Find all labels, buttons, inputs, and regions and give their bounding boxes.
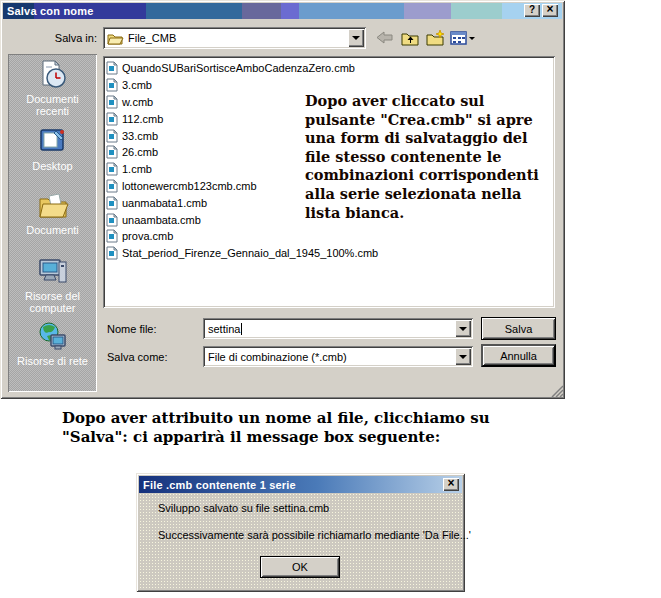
file-name-dropdown-icon[interactable] <box>455 320 471 337</box>
message-close-icon[interactable]: × <box>443 478 459 491</box>
cmb-file-icon <box>106 229 118 243</box>
place-documents[interactable]: Documenti <box>10 190 95 236</box>
caption-text: Dopo aver attribuito un nome al file, cl… <box>62 409 490 447</box>
desktop-icon <box>37 126 69 158</box>
cmb-file-icon <box>106 78 118 92</box>
recent-documents-icon <box>37 59 69 91</box>
cmb-file-icon <box>106 246 118 260</box>
cmb-file-icon <box>106 61 118 75</box>
save-as-type-label: Salva come: <box>107 351 168 363</box>
save-button[interactable]: Salva <box>481 317 556 340</box>
text-caret <box>241 323 242 335</box>
save-in-label: Salva in: <box>30 32 97 44</box>
open-folder-icon <box>107 32 124 45</box>
places-bar: Documenti recenti Desktop Documenti <box>8 54 97 392</box>
save-as-dropdown-icon[interactable] <box>455 348 471 365</box>
message-box-body: Sviluppo salvato su file settina.cmb Suc… <box>139 493 462 589</box>
place-label: Risorse del computer <box>10 290 95 314</box>
place-label: Desktop <box>32 160 72 172</box>
current-folder: File_CMB <box>128 32 176 44</box>
cmb-file-icon <box>106 112 118 126</box>
message-line-1: Sviluppo salvato su file settina.cmb <box>158 502 329 514</box>
save-dialog: Salva con nome ? × Salva in: File_CMB <box>0 0 565 399</box>
file-row[interactable]: Stat_period_Firenze_Gennaio_dal_1945_100… <box>106 245 553 262</box>
save-as-type-combobox[interactable]: File di combinazione (*.cmb) <box>203 346 473 367</box>
view-menu-icon[interactable] <box>447 28 477 48</box>
message-box: File .cmb contenente 1 serie × Sviluppo … <box>136 473 465 592</box>
annotation-text: Dopo aver cliccato sul pulsante "Crea.cm… <box>305 92 561 222</box>
cmb-file-icon <box>106 129 118 143</box>
place-my-computer[interactable]: Risorse del computer <box>10 256 95 314</box>
network-icon <box>37 321 69 353</box>
save-as-type-value: File di combinazione (*.cmb) <box>203 351 347 363</box>
cmb-file-icon <box>106 179 118 193</box>
file-row[interactable]: QuandoSUBariSortisceAmboCadenzaZero.cmb <box>106 60 553 77</box>
dialog-title: Salva con nome <box>3 5 94 17</box>
back-icon[interactable] <box>374 28 396 48</box>
file-name-input[interactable]: settina <box>203 318 473 339</box>
close-icon[interactable]: × <box>542 4 558 17</box>
help-icon[interactable]: ? <box>524 4 540 17</box>
file-name-value: settina <box>203 323 240 335</box>
place-recent-documents[interactable]: Documenti recenti <box>10 59 95 117</box>
file-name-label: Nome file: <box>107 323 157 335</box>
dialog-titlebar[interactable]: Salva con nome ? × <box>3 3 562 19</box>
message-box-titlebar[interactable]: File .cmb contenente 1 serie × <box>139 476 462 493</box>
resize-grip[interactable] <box>550 384 563 397</box>
message-line-2: Successivamente sarà possibile richiamar… <box>158 529 471 541</box>
place-network[interactable]: Risorse di rete <box>10 321 95 367</box>
place-label: Documenti recenti <box>10 93 95 117</box>
cancel-button[interactable]: Annulla <box>481 344 556 367</box>
place-desktop[interactable]: Desktop <box>10 126 95 172</box>
cmb-file-icon <box>106 196 118 210</box>
documents-icon <box>37 190 69 222</box>
place-label: Documenti <box>26 224 79 236</box>
cmb-file-icon <box>106 162 118 176</box>
cmb-file-icon <box>106 95 118 109</box>
place-label: Risorse di rete <box>17 355 88 367</box>
new-folder-icon[interactable] <box>424 28 446 48</box>
ok-button[interactable]: OK <box>260 556 340 578</box>
save-in-combobox[interactable]: File_CMB <box>103 27 366 49</box>
cmb-file-icon <box>106 213 118 227</box>
cmb-file-icon <box>106 145 118 159</box>
file-row[interactable]: prova.cmb <box>106 228 553 245</box>
up-folder-icon[interactable] <box>399 28 421 48</box>
save-in-dropdown-icon[interactable] <box>348 29 364 47</box>
my-computer-icon <box>37 256 69 288</box>
message-box-title: File .cmb contenente 1 serie <box>139 479 296 491</box>
view-menu-caret-icon <box>469 37 475 40</box>
